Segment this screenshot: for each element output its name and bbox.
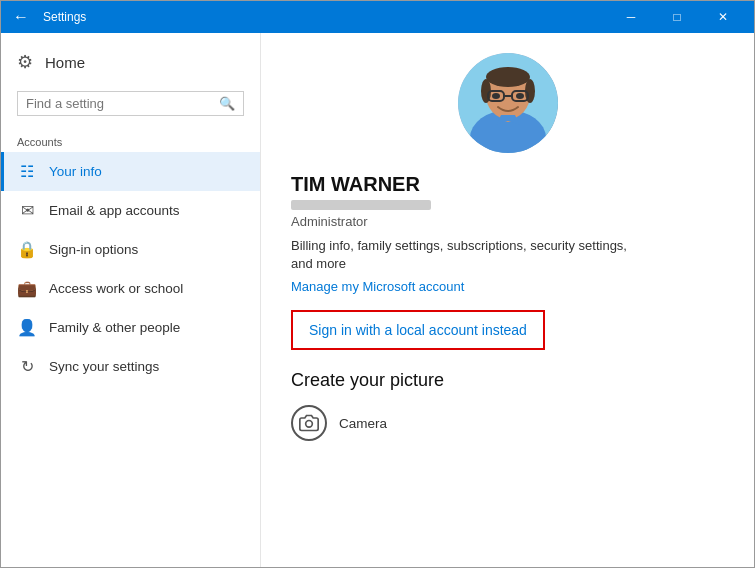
search-icon: 🔍 [219,96,235,111]
avatar-svg [458,53,558,153]
sidebar-item-signin[interactable]: 🔒 Sign-in options [1,230,260,269]
user-name: TIM WARNER [291,173,420,196]
svg-point-4 [486,67,530,87]
sidebar-item-label-your-info: Your info [49,164,102,179]
sidebar-item-label-access: Access work or school [49,281,183,296]
email-icon: ✉ [17,201,37,220]
profile-section: TIM WARNER Administrator Billing info, f… [291,53,724,441]
svg-point-11 [516,93,524,99]
user-role: Administrator [291,214,368,229]
sidebar-item-label-email: Email & app accounts [49,203,180,218]
sidebar-item-access-work[interactable]: 💼 Access work or school [1,269,260,308]
content-area: ⚙ Home 🔍 Accounts ☷ Your info ✉ Email & … [1,33,754,567]
sidebar-item-label-signin: Sign-in options [49,242,138,257]
minimize-button[interactable]: ─ [608,1,654,33]
window-controls: ─ □ ✕ [608,1,746,33]
camera-icon [291,405,327,441]
sidebar-item-sync[interactable]: ↻ Sync your settings [1,347,260,386]
svg-point-12 [306,421,313,428]
main-content: TIM WARNER Administrator Billing info, f… [261,33,754,567]
manage-account-link[interactable]: Manage my Microsoft account [291,279,464,294]
user-email-redacted [291,200,431,210]
sidebar-item-your-info[interactable]: ☷ Your info [1,152,260,191]
your-info-icon: ☷ [17,162,37,181]
search-box: 🔍 [17,91,244,116]
work-icon: 💼 [17,279,37,298]
family-icon: 👤 [17,318,37,337]
app-title: Settings [43,10,608,24]
signin-icon: 🔒 [17,240,37,259]
camera-item[interactable]: Camera [291,405,387,441]
create-picture-heading: Create your picture [291,370,444,391]
camera-svg [299,413,319,433]
sync-icon: ↻ [17,357,37,376]
maximize-button[interactable]: □ [654,1,700,33]
titlebar: ← Settings ─ □ ✕ [1,1,754,33]
sidebar: ⚙ Home 🔍 Accounts ☷ Your info ✉ Email & … [1,33,261,567]
sidebar-home[interactable]: ⚙ Home [1,41,260,83]
app-window: ← Settings ─ □ ✕ ⚙ Home 🔍 Accounts ☷ [0,0,755,568]
sidebar-section-label: Accounts [1,124,260,152]
close-button[interactable]: ✕ [700,1,746,33]
home-icon: ⚙ [17,51,33,73]
back-button[interactable]: ← [9,5,33,29]
avatar-container [458,53,558,153]
avatar [458,53,558,153]
sidebar-item-label-sync: Sync your settings [49,359,159,374]
search-input[interactable] [26,96,219,111]
sign-in-local-button[interactable]: Sign in with a local account instead [291,310,545,350]
billing-info: Billing info, family settings, subscript… [291,237,631,273]
home-label: Home [45,54,85,71]
sidebar-item-family[interactable]: 👤 Family & other people [1,308,260,347]
sidebar-item-email[interactable]: ✉ Email & app accounts [1,191,260,230]
svg-point-10 [492,93,500,99]
camera-label: Camera [339,416,387,431]
sidebar-item-label-family: Family & other people [49,320,180,335]
